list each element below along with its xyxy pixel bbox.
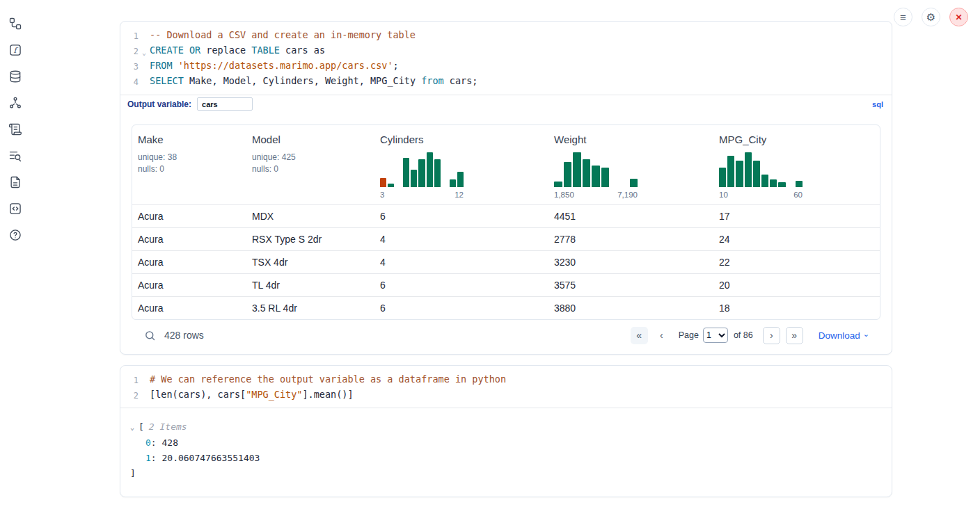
column-header-make[interactable]: Makeunique: 38nulls: 0 [132, 125, 246, 204]
sidebar-item-scratchpad[interactable] [7, 200, 24, 217]
table-row[interactable]: AcuraMDX6445117 [132, 204, 880, 227]
settings-button[interactable]: ⚙ [922, 8, 940, 26]
close-button[interactable]: ✕ [949, 8, 968, 26]
page-label: Page [679, 330, 699, 340]
tree-entries: 0: 4281: 20.060747663551403 [130, 435, 880, 466]
table-row[interactable]: Acura3.5 RL 4dr6388018 [132, 296, 880, 319]
code-line[interactable]: 4SELECT Make, Model, Cylinders, Weight, … [120, 74, 883, 90]
page-select[interactable]: 1 [703, 328, 728, 343]
code-text: -- Download a CSV and create an in-memor… [150, 29, 416, 44]
column-name: Make [138, 134, 241, 145]
table-cell: 6 [374, 274, 548, 296]
dependency-graph-icon [8, 96, 22, 110]
code-text: # We can reference the output variable a… [150, 373, 506, 388]
file-tree-icon [8, 17, 22, 31]
database-icon [8, 70, 22, 83]
pagination: « ‹ Page 1 of 86 › » [631, 327, 803, 344]
tree-items-count: 2 Items [149, 419, 187, 435]
collapse-icon[interactable]: ⌄ [130, 420, 139, 435]
sidebar-item-snippets[interactable] [7, 147, 24, 164]
line-number: 2 [120, 388, 139, 403]
table-cell: 22 [713, 251, 880, 273]
line-number: 2 [120, 44, 139, 60]
sidebar-item-datasources[interactable] [7, 68, 24, 85]
table-cell: TL 4dr [246, 274, 374, 296]
table-cell: 6 [374, 205, 548, 227]
column-header-cylinders[interactable]: Cylinders312 [374, 125, 548, 204]
table-cell: Acura [132, 297, 246, 319]
table-cell: 3880 [548, 297, 713, 319]
code-line[interactable]: 2⌄CREATE OR replace TABLE cars as [120, 44, 883, 60]
table-cell: Acura [132, 228, 246, 250]
tree-entry: 0: 428 [130, 435, 880, 451]
table-cell: 2778 [548, 228, 713, 250]
menu-button[interactable]: ≡ [894, 8, 912, 26]
table-cell: 3575 [548, 274, 713, 296]
sidebar-item-logs[interactable] [7, 121, 24, 138]
search-button[interactable] [144, 330, 156, 341]
column-header-model[interactable]: Modelunique: 425nulls: 0 [246, 125, 374, 204]
last-page-button[interactable]: » [786, 327, 803, 344]
code-line[interactable]: 3FROM 'https://datasets.marimo.app/cars.… [120, 59, 883, 74]
table-cell: 20 [713, 274, 880, 296]
python-code-editor[interactable]: 1# We can reference the output variable … [120, 366, 892, 408]
menu-icon: ≡ [900, 12, 906, 22]
row-count: 428 rows [164, 330, 204, 341]
column-name: Weight [554, 134, 708, 145]
sidebar-item-documentation[interactable] [7, 174, 24, 191]
notebook: 1-- Download a CSV and create an in-memo… [120, 0, 892, 497]
prev-page-button[interactable]: ‹ [653, 327, 670, 344]
table-cell: 24 [713, 228, 880, 250]
tree-key: 1 [145, 453, 151, 463]
histogram-mpg_city: 1060 [719, 151, 803, 199]
first-page-button[interactable]: « [631, 327, 648, 344]
column-header-mpg_city[interactable]: MPG_City1060 [713, 125, 880, 204]
code-text: FROM 'https://datasets.marimo.app/cars.c… [150, 59, 399, 74]
fold-chevron-icon[interactable]: ⌄ [139, 44, 150, 60]
fold-gutter [139, 74, 150, 90]
code-line[interactable]: 1-- Download a CSV and create an in-memo… [120, 29, 883, 44]
table-cell: RSX Type S 2dr [246, 228, 374, 250]
tree-open-bracket: [ [139, 419, 144, 435]
sidebar-item-variables[interactable]: f [7, 42, 24, 58]
table-row[interactable]: AcuraTSX 4dr4323022 [132, 250, 880, 273]
code-square-icon [8, 202, 22, 216]
table-cell: 4451 [548, 205, 713, 227]
sidebar: f [0, 0, 31, 507]
table-cell: 3.5 RL 4dr [246, 297, 374, 319]
histogram-cylinders: 312 [380, 151, 464, 199]
search-icon [144, 330, 156, 341]
column-stats: unique: 38nulls: 0 [138, 152, 241, 175]
table-row[interactable]: AcuraTL 4dr6357520 [132, 273, 880, 296]
tree-close-bracket: ] [130, 466, 880, 481]
table-cell: 18 [713, 297, 880, 319]
download-button[interactable]: Download ⌄ [819, 330, 869, 341]
sql-code-editor[interactable]: 1-- Download a CSV and create an in-memo… [120, 22, 892, 95]
snippets-search-icon [8, 149, 22, 163]
chevron-down-icon: ⌄ [863, 330, 869, 339]
output-variable-input[interactable] [197, 97, 253, 111]
table-row[interactable]: AcuraRSX Type S 2dr4277824 [132, 227, 880, 250]
tree-open-line: ⌄ [ 2 Items [130, 419, 880, 435]
scroll-icon [8, 122, 22, 136]
line-number: 1 [120, 29, 139, 44]
column-name: Model [252, 134, 369, 145]
column-name: Cylinders [380, 134, 543, 145]
table-cell: Acura [132, 205, 246, 227]
sidebar-item-help[interactable] [7, 227, 24, 243]
tree-value: 428 [161, 437, 177, 448]
next-page-button[interactable]: › [763, 327, 780, 344]
line-number: 1 [120, 373, 139, 388]
tree-value: 20.060747663551403 [161, 453, 260, 463]
sidebar-item-dependencies[interactable] [7, 95, 24, 111]
table-footer: 428 rows « ‹ Page 1 of 86 › » Download ⌄ [132, 320, 880, 354]
sidebar-item-file-explorer[interactable] [7, 15, 24, 32]
output-variable-row: Output variable: sql [120, 95, 892, 113]
document-icon [8, 175, 22, 189]
code-line[interactable]: 2[len(cars), cars["MPG_City"].mean()] [120, 388, 883, 403]
table-cell: 4 [374, 228, 548, 250]
code-line[interactable]: 1# We can reference the output variable … [120, 373, 883, 388]
column-header-weight[interactable]: Weight1,8507,190 [548, 125, 713, 204]
sql-cell: 1-- Download a CSV and create an in-memo… [120, 21, 892, 355]
histogram-weight: 1,8507,190 [554, 151, 638, 199]
